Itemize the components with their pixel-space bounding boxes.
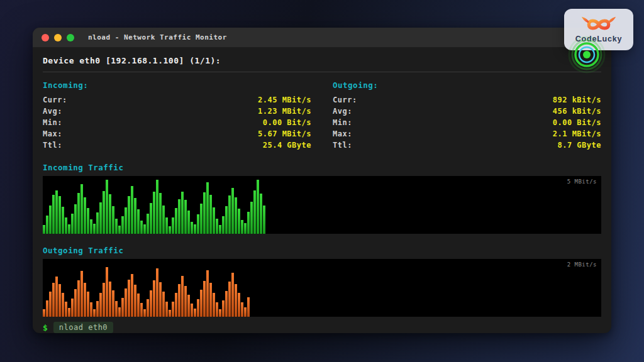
- traffic-bar: [137, 209, 140, 234]
- traffic-bar: [147, 299, 149, 317]
- stat-label: Curr:: [43, 96, 67, 104]
- traffic-bar: [84, 197, 86, 234]
- traffic-bar: [162, 206, 165, 234]
- traffic-bar: [140, 221, 143, 234]
- traffic-bar: [43, 225, 45, 234]
- traffic-bar: [90, 302, 92, 317]
- stat-value: 456 kBit/s: [553, 107, 601, 116]
- traffic-bar: [65, 302, 67, 317]
- traffic-bar: [187, 211, 190, 234]
- traffic-bar: [115, 301, 118, 317]
- traffic-bar: [231, 188, 234, 234]
- traffic-bar: [235, 284, 237, 317]
- close-button[interactable]: [42, 34, 49, 41]
- traffic-bar: [49, 292, 52, 317]
- stat-label: Avg:: [43, 107, 62, 116]
- traffic-bar: [244, 223, 247, 234]
- traffic-bar: [162, 292, 165, 317]
- traffic-bar: [191, 222, 193, 234]
- traffic-bar: [74, 204, 77, 234]
- traffic-bar: [200, 290, 203, 317]
- traffic-bar: [241, 302, 243, 317]
- outgoing-chart-title: Outgoing Traffic: [43, 246, 601, 255]
- traffic-bar: [125, 288, 127, 317]
- traffic-bar: [147, 214, 149, 234]
- traffic-bar: [143, 224, 146, 234]
- traffic-bar: [112, 290, 114, 317]
- traffic-bar: [87, 208, 89, 234]
- traffic-bar: [219, 225, 221, 234]
- traffic-bar: [46, 216, 48, 234]
- traffic-bar: [200, 204, 203, 234]
- traffic-bar: [55, 277, 58, 317]
- traffic-bar: [191, 304, 193, 317]
- traffic-bar: [181, 192, 184, 234]
- traffic-bar: [213, 207, 215, 234]
- traffic-bar: [253, 190, 256, 234]
- traffic-bar: [181, 276, 184, 317]
- outgoing-scale-label: 2 MBit/s: [567, 261, 597, 268]
- traffic-bar: [156, 268, 158, 317]
- traffic-bar: [71, 214, 74, 234]
- traffic-bar: [228, 195, 231, 234]
- device-heading: Device eth0 [192.168.1.100] (1/1):: [43, 56, 601, 65]
- traffic-bar: [197, 299, 199, 317]
- stat-value: 0.00 Bit/s: [553, 118, 601, 127]
- traffic-bar: [184, 200, 187, 234]
- traffic-bar: [68, 224, 70, 234]
- window-title: nload - Network Traffic Monitor: [88, 33, 227, 41]
- terminal-content: Device eth0 [192.168.1.100] (1/1): Incom…: [33, 47, 611, 333]
- traffic-bar: [143, 309, 146, 317]
- traffic-bar: [125, 207, 127, 234]
- traffic-bar: [71, 299, 74, 317]
- stat-label: Max:: [43, 129, 62, 138]
- traffic-bar: [150, 290, 152, 317]
- stat-label: Min:: [333, 118, 352, 127]
- traffic-bar: [203, 281, 206, 317]
- stat-row: Avg: 456 kBit/s: [333, 106, 601, 117]
- traffic-bar: [194, 309, 196, 317]
- traffic-bar: [131, 274, 133, 317]
- incoming-traffic-chart: 5 MBit/s: [43, 176, 601, 234]
- traffic-bar: [68, 308, 70, 317]
- traffic-bar: [260, 194, 262, 234]
- traffic-bar: [228, 282, 231, 317]
- outgoing-stats: Outgoing: Curr: 892 kBit/s Avg: 456 kBit…: [333, 80, 601, 151]
- stat-value: 1.23 MBit/s: [258, 107, 311, 116]
- traffic-bar: [121, 298, 124, 317]
- traffic-bar: [203, 192, 206, 234]
- traffic-bar: [77, 193, 80, 234]
- traffic-bar: [169, 310, 171, 317]
- traffic-bar: [109, 194, 111, 234]
- traffic-bar: [93, 224, 96, 234]
- terminal-window: nload - Network Traffic Monitor Device e…: [33, 28, 611, 333]
- traffic-bar: [46, 300, 48, 317]
- traffic-bar: [257, 180, 259, 234]
- incoming-stats: Incoming: Curr: 2.45 MBit/s Avg: 1.23 MB…: [43, 80, 311, 151]
- traffic-bar: [165, 302, 168, 317]
- stat-label: Curr:: [333, 96, 357, 104]
- traffic-bar: [225, 291, 228, 317]
- divider: [43, 72, 601, 72]
- traffic-bar: [238, 293, 240, 317]
- incoming-chart-title: Incoming Traffic: [43, 163, 601, 172]
- incoming-header: Incoming:: [43, 80, 311, 90]
- traffic-bar: [96, 212, 99, 234]
- traffic-bar: [241, 220, 243, 234]
- infinity-leaf-logo-icon: [581, 16, 616, 33]
- stat-label: Ttl:: [333, 141, 352, 150]
- stat-value: 2.45 MBit/s: [258, 96, 311, 104]
- traffic-bar: [118, 307, 121, 317]
- traffic-bar: [99, 293, 102, 317]
- minimize-button[interactable]: [54, 34, 62, 41]
- stats-panel: Incoming: Curr: 2.45 MBit/s Avg: 1.23 MB…: [43, 80, 601, 151]
- traffic-bar: [80, 184, 83, 234]
- stat-value: 25.4 GByte: [263, 141, 311, 150]
- traffic-bar: [62, 207, 64, 234]
- traffic-bar: [137, 293, 140, 317]
- traffic-bar: [159, 193, 162, 234]
- stat-row: Max: 2.1 MBit/s: [333, 128, 601, 140]
- traffic-bar: [90, 219, 92, 234]
- maximize-button[interactable]: [67, 34, 74, 41]
- outgoing-header: Outgoing:: [333, 80, 601, 90]
